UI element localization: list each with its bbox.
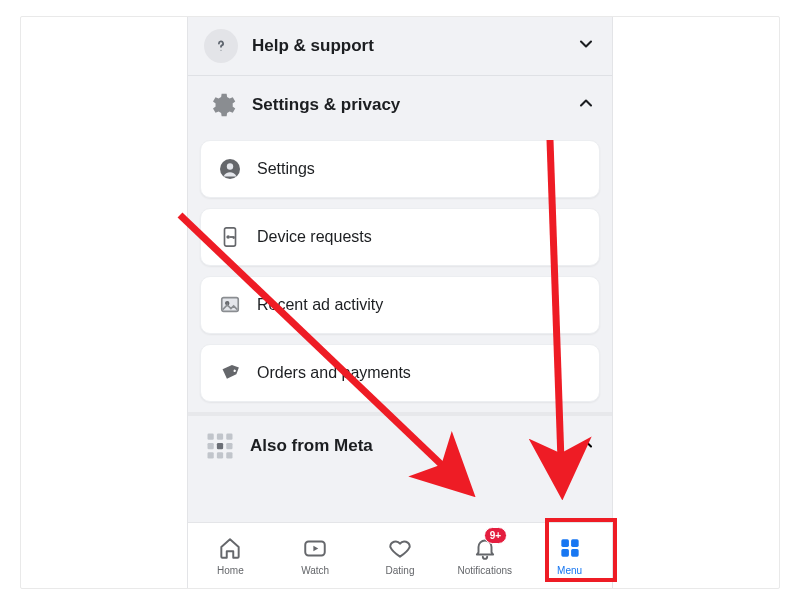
image-icon [217, 292, 243, 318]
recent-ad-activity-label: Recent ad activity [257, 296, 383, 314]
also-from-meta-row[interactable]: Also from Meta [188, 412, 612, 476]
tab-watch-label: Watch [301, 565, 329, 576]
bottom-tab-bar: Home Watch Dating 9+ [188, 522, 612, 588]
tab-menu-label: Menu [557, 565, 582, 576]
chevron-down-icon [576, 34, 596, 58]
help-support-row[interactable]: Help & support [188, 17, 612, 75]
tag-icon [217, 360, 243, 386]
tab-dating-label: Dating [386, 565, 415, 576]
heart-icon [387, 535, 413, 561]
svg-rect-10 [226, 434, 232, 440]
svg-point-4 [226, 235, 230, 239]
settings-privacy-label: Settings & privacy [252, 95, 562, 115]
tab-home-label: Home [217, 565, 244, 576]
svg-rect-8 [208, 434, 214, 440]
chevron-up-icon [576, 434, 596, 458]
settings-privacy-items: Settings Device requests [188, 134, 612, 412]
watch-icon [302, 535, 328, 561]
svg-rect-16 [226, 452, 232, 458]
notifications-badge: 9+ [484, 527, 507, 544]
tab-home[interactable]: Home [188, 523, 273, 588]
tab-watch[interactable]: Watch [273, 523, 358, 588]
phone-key-icon [217, 224, 243, 250]
device-requests-item[interactable]: Device requests [200, 208, 600, 266]
orders-payments-item[interactable]: Orders and payments [200, 344, 600, 402]
svg-rect-21 [561, 549, 569, 557]
svg-rect-20 [571, 539, 579, 547]
also-from-meta-label: Also from Meta [250, 436, 562, 456]
svg-rect-22 [571, 549, 579, 557]
tab-menu[interactable]: Menu [527, 523, 612, 588]
device-requests-label: Device requests [257, 228, 372, 246]
chevron-up-icon [576, 93, 596, 117]
screenshot-frame: Help & support Settings & privacy [20, 16, 780, 589]
tab-dating[interactable]: Dating [358, 523, 443, 588]
svg-rect-19 [561, 539, 569, 547]
help-support-label: Help & support [252, 36, 562, 56]
svg-point-0 [221, 50, 222, 51]
svg-rect-5 [222, 298, 239, 312]
settings-privacy-row[interactable]: Settings & privacy [188, 76, 612, 134]
svg-rect-9 [217, 434, 223, 440]
settings-label: Settings [257, 160, 315, 178]
profile-circle-icon [217, 156, 243, 182]
svg-point-2 [227, 163, 233, 169]
recent-ad-activity-item[interactable]: Recent ad activity [200, 276, 600, 334]
tab-notifications-label: Notifications [458, 565, 512, 576]
svg-rect-15 [217, 452, 223, 458]
svg-rect-13 [226, 443, 232, 449]
svg-rect-14 [208, 452, 214, 458]
home-icon [217, 535, 243, 561]
meta-grid-icon [204, 430, 236, 462]
menu-grid-icon [557, 535, 583, 561]
settings-item[interactable]: Settings [200, 140, 600, 198]
gear-icon [204, 88, 238, 122]
tab-notifications[interactable]: 9+ Notifications [442, 523, 527, 588]
phone-screen: Help & support Settings & privacy [187, 17, 613, 588]
svg-marker-18 [314, 546, 319, 551]
orders-payments-label: Orders and payments [257, 364, 411, 382]
svg-rect-11 [208, 443, 214, 449]
svg-rect-12 [217, 443, 223, 449]
question-icon [204, 29, 238, 63]
